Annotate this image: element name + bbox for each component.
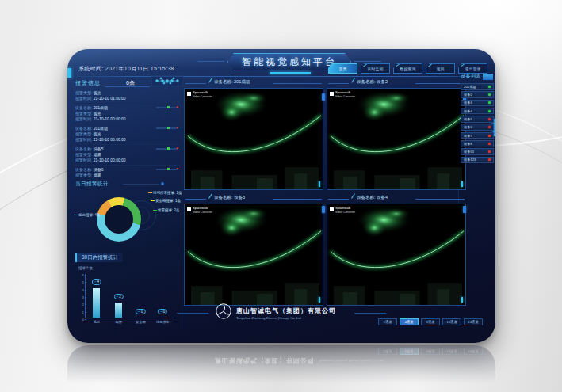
- bar-value: 0: [158, 309, 167, 315]
- bar-group-烟雾: 2烟雾: [110, 274, 128, 318]
- converter-logo-icon: [330, 207, 334, 211]
- alarm-slider[interactable]: [156, 169, 178, 170]
- alarm-card[interactable]: 设备名称: 201成箱报警类型: 弧光报警时间: 21-10-10 01:00:…: [74, 90, 180, 104]
- device-item-设备55[interactable]: 设备55: [461, 148, 494, 155]
- device-item-设备8[interactable]: 设备8: [461, 140, 494, 147]
- nav-button-数据查询[interactable]: 数据查询: [393, 63, 422, 74]
- reflection-channels: 1通道4通道9通道16通道24通道: [378, 348, 483, 355]
- device-item-设备2[interactable]: 设备2: [461, 91, 494, 98]
- video-feed[interactable]: SpacewalkVideo Converter: [327, 204, 466, 306]
- device-item-设备123[interactable]: 设备123: [461, 157, 494, 164]
- decoration: [208, 78, 212, 82]
- converter-logo-icon: [187, 207, 191, 211]
- bar-ytick: 2: [78, 303, 84, 306]
- frame-connector: [322, 93, 325, 101]
- device-item-设备7[interactable]: 设备7: [461, 132, 494, 139]
- decoration: [177, 313, 208, 314]
- channel-button-1通道: 1通道: [378, 348, 397, 355]
- channel-button-9通道[interactable]: 9通道: [421, 318, 440, 325]
- device-item-设备3[interactable]: 设备3: [461, 100, 494, 107]
- edge-accent: [67, 68, 71, 78]
- overlay-line2: Video Converter: [193, 95, 212, 98]
- corner-accent: [461, 297, 464, 303]
- device-status-dot: [488, 126, 491, 128]
- alarm-card[interactable]: 设备名称: 201成箱报警类型: 弧光报警时间: 21-10-10 00:00:…: [74, 124, 180, 145]
- nav-button-返回[interactable]: 返回: [426, 63, 455, 74]
- system-time: 系统时间: 2021年10月11日 15:15:38: [78, 65, 174, 73]
- company-logo-icon: [215, 303, 232, 323]
- system-time-label: 系统时间:: [78, 66, 103, 71]
- video-feed[interactable]: SpacewalkVideo Converter: [184, 88, 323, 190]
- bar-group-安全帽: 0安全帽: [132, 274, 149, 318]
- nav-button-实时监控[interactable]: 实时监控: [361, 63, 390, 74]
- video-feed[interactable]: SpacewalkVideo Converter: [327, 88, 466, 190]
- frame-connector: [463, 206, 466, 213]
- bar-ytick: 4: [78, 288, 84, 292]
- corner-accent: [319, 181, 321, 187]
- channel-button-1通道[interactable]: 1通道: [378, 318, 397, 325]
- video-tile-header: 设备名称: 设备3: [184, 193, 323, 204]
- company-footer: 唐山智诚电气（集团）有限公司 Tangshan Zhicheng Electri…: [215, 303, 336, 323]
- device-item-设备5[interactable]: 设备5: [461, 116, 494, 123]
- channel-button-24通道: 24通道: [464, 348, 483, 355]
- channel-button-4通道: 4通道: [400, 348, 419, 355]
- device-name: 201成箱: [464, 85, 476, 89]
- video-overlay: SpacewalkVideo Converter: [330, 207, 355, 214]
- channel-button-9通道: 9通道: [421, 348, 440, 355]
- alarm-time: 报警时间: 21-10-10 00:00:00: [75, 137, 178, 143]
- decoration: [354, 313, 386, 314]
- bar-ytick: 1: [78, 310, 84, 314]
- bar-value: 2: [113, 294, 123, 300]
- company-name-en: Tangshan Zhicheng Electric (Group) Co.,L…: [236, 316, 336, 320]
- device-status-dot: [488, 150, 491, 153]
- alarm-card[interactable]: 设备名称: 设备5报警类型: 烟雾报警时间: 21-10-10 00:00:00: [74, 145, 180, 166]
- device-item-设备4[interactable]: 设备4: [461, 108, 494, 115]
- device-list-action-button[interactable]: [483, 74, 493, 80]
- bar: [115, 303, 122, 318]
- video-tile-设备4[interactable]: 设备名称: 设备4 SpacewalkVideo Converter: [327, 193, 466, 306]
- device-item-201成箱[interactable]: 201成箱: [461, 83, 494, 90]
- video-tile-设备2[interactable]: 设备名称: 设备2 SpacewalkVideo Converter: [327, 78, 466, 190]
- video-device-name: 设备名称: 设备4: [357, 195, 388, 200]
- video-overlay: SpacewalkVideo Converter: [187, 207, 212, 214]
- alarm-slider[interactable]: [156, 107, 178, 108]
- alarm-list: 设备名称: 201成箱报警类型: 弧光报警时间: 21-10-10 01:00:…: [74, 90, 180, 177]
- bar-ytick: 3: [78, 295, 84, 299]
- channel-switcher: 1通道4通道9通道16通道24通道: [378, 318, 483, 325]
- bar-category: 违规停车: [156, 320, 170, 324]
- alarm-slider[interactable]: [156, 127, 178, 129]
- channel-button-4通道[interactable]: 4通道: [400, 318, 419, 325]
- video-tile-201成箱[interactable]: 设备名称: 201成箱 SpacewalkVideo Converter: [184, 78, 323, 190]
- video-feed[interactable]: SpacewalkVideo Converter: [184, 204, 323, 306]
- title-decoration: [197, 61, 224, 62]
- device-status-dot: [488, 143, 491, 145]
- alarm-type: 报警类型: 烟雾: [75, 173, 178, 177]
- device-name: 设备123: [464, 158, 476, 162]
- company-name-cn: 唐山智诚电气（集团）有限公司: [236, 306, 336, 315]
- device-item-设备6[interactable]: 设备6: [461, 124, 494, 131]
- device-status-dot: [488, 135, 491, 137]
- alarm-card[interactable]: 设备名称: 设备6报警类型: 烟雾报警时间: 21-10-10 00:00:00: [74, 166, 180, 177]
- device-status-dot: [488, 158, 491, 161]
- bar-category: 弧光: [94, 320, 100, 324]
- device-status-dot: [488, 93, 491, 96]
- device-name: 设备55: [464, 150, 474, 154]
- channel-button-24通道[interactable]: 24通道: [464, 318, 483, 325]
- channel-button-16通道[interactable]: 16通道: [442, 318, 461, 325]
- nav-button-首页[interactable]: 首页: [328, 63, 357, 74]
- bar-value: 4: [92, 279, 101, 285]
- bar: [93, 288, 100, 318]
- decoration: [161, 182, 164, 185]
- alarm-card[interactable]: 设备名称: 201成箱报警类型: 弧光报警时间: 21-10-10 00:00:…: [74, 104, 180, 124]
- device-name: 设备8: [464, 142, 472, 146]
- device-list-header: 设备列表: [461, 73, 494, 80]
- alarm-time: 报警时间: 21-10-10 01:00:00: [75, 96, 178, 101]
- dashboard-panel: 系统时间: 2021年10月11日 15:15:38 智能视觉感知平台 首页实时…: [67, 49, 495, 343]
- alarm-slider[interactable]: [156, 148, 178, 150]
- column-divider: [182, 78, 182, 329]
- corner-accent: [461, 181, 464, 187]
- video-tile-设备3[interactable]: 设备名称: 设备3 SpacewalkVideo Converter: [184, 193, 323, 306]
- converter-logo-icon: [330, 92, 334, 96]
- bar-chart-ylabel: 报警个数: [78, 266, 93, 270]
- video-device-name: 设备名称: 设备2: [357, 79, 388, 85]
